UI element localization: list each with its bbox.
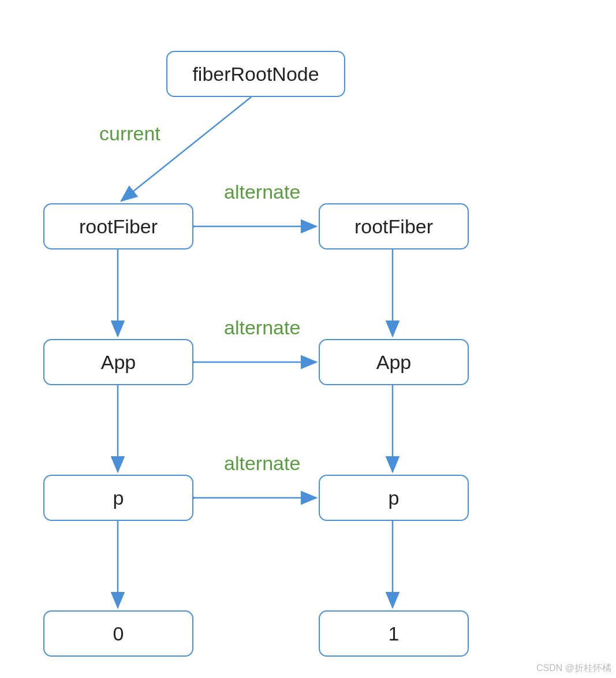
node-p-right: p — [319, 475, 469, 521]
node-zero: 0 — [43, 610, 193, 657]
node-p-left-label: p — [113, 487, 124, 509]
label-current: current — [99, 122, 160, 145]
label-alternate-2: alternate — [224, 316, 300, 339]
node-app-right: App — [319, 339, 469, 385]
node-rootfiber-left-label: rootFiber — [79, 215, 158, 238]
node-one-label: 1 — [389, 623, 400, 645]
label-alternate-3: alternate — [224, 452, 300, 475]
watermark: CSDN @折桂怀橘 — [536, 662, 611, 675]
node-rootfiber-left: rootFiber — [43, 203, 193, 249]
node-one: 1 — [319, 610, 469, 657]
node-app-left-label: App — [101, 351, 136, 374]
node-p-right-label: p — [389, 487, 400, 509]
node-zero-label: 0 — [113, 623, 124, 645]
node-rootfiber-right: rootFiber — [319, 203, 469, 249]
node-fiberrootnode: fiberRootNode — [166, 51, 345, 97]
node-rootfiber-right-label: rootFiber — [354, 215, 433, 238]
node-app-left: App — [43, 339, 193, 385]
node-p-left: p — [43, 475, 193, 521]
label-alternate-1: alternate — [224, 181, 300, 203]
node-fiberrootnode-label: fiberRootNode — [192, 63, 319, 85]
node-app-right-label: App — [376, 351, 412, 374]
